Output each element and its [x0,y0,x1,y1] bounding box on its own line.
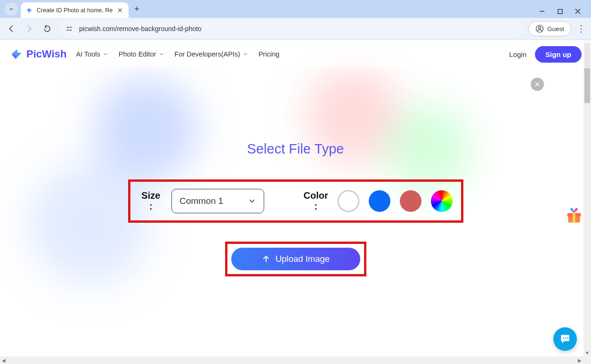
tab-close-icon[interactable]: ✕ [116,6,124,15]
chevron-down-icon [103,51,108,57]
nav-developers[interactable]: For Developers(APIs) [175,50,248,58]
browser-tab[interactable]: Create ID Photo at home, Re ✕ [21,2,129,18]
nav-ai-tools[interactable]: AI Tools [76,50,108,58]
favicon-icon [25,7,33,14]
chevron-down-icon [248,197,256,205]
modal-title: Select File Type [0,141,591,157]
nav-photo-editor[interactable]: Photo Editor [119,50,164,58]
size-label: Size : [139,190,163,212]
scroll-left-arrow[interactable]: ◀ [0,356,8,364]
forward-button[interactable] [23,22,36,35]
chat-button[interactable] [553,327,577,351]
svg-point-4 [70,29,71,31]
svg-rect-1 [558,9,562,14]
guest-label: Guest [547,25,564,32]
signup-button[interactable]: Sign up [535,46,582,63]
svg-point-2 [67,26,68,28]
maximize-icon[interactable] [556,8,564,15]
nav-label: For Developers(APIs) [175,50,240,58]
upload-icon [261,254,271,264]
logo-text: PicWish [26,48,66,60]
nav-pricing[interactable]: Pricing [259,50,279,58]
gift-icon[interactable] [566,207,583,224]
close-icon [534,81,541,88]
new-tab-button[interactable]: + [134,4,139,14]
chevron-down-icon [159,51,164,57]
url-text: picwish.com/remove-background-id-photo [79,25,202,32]
upload-image-button[interactable]: Upload Image [231,248,360,270]
back-button[interactable] [5,22,18,35]
size-select[interactable]: Common 1 [171,189,264,213]
close-window-icon[interactable] [574,8,582,15]
upload-highlight-box: Upload Image [225,242,366,276]
profile-chip[interactable]: Guest [528,21,571,36]
color-swatch-rainbow[interactable] [431,190,453,212]
nav-label: Photo Editor [119,50,156,58]
scroll-down-arrow[interactable]: ▼ [583,349,591,356]
svg-point-7 [539,26,541,29]
svg-rect-10 [573,213,575,223]
color-swatch-red[interactable] [400,190,421,212]
nav-label: AI Tools [76,50,100,58]
size-selected-value: Common 1 [179,196,223,206]
horizontal-scrollbar[interactable]: ◀ ▶ [0,356,591,364]
site-controls-icon[interactable] [65,24,73,33]
chrome-menu-icon[interactable]: ⋮ [576,24,586,34]
controls-highlight-box: Size : Common 1 Color : [128,179,463,223]
tab-title: Create ID Photo at home, Re [37,7,113,14]
login-link[interactable]: Login [509,50,526,58]
color-label: Color : [301,190,331,212]
chat-icon [559,333,571,345]
nav-label: Pricing [259,50,279,58]
address-bar[interactable]: picwish.com/remove-background-id-photo [58,20,524,37]
logo-icon [9,47,24,61]
color-swatch-white[interactable] [338,190,359,212]
svg-point-13 [567,337,568,339]
user-icon [535,24,544,33]
chevron-down-icon [243,51,248,57]
logo[interactable]: PicWish [9,47,66,61]
close-modal-button[interactable] [531,78,544,91]
reload-button[interactable] [40,22,54,35]
svg-point-11 [563,337,564,339]
svg-rect-3 [69,27,72,28]
upload-label: Upload Image [275,254,330,264]
svg-point-12 [565,337,567,339]
minimize-icon[interactable] [538,8,546,15]
tab-list-chevron[interactable] [5,2,18,16]
svg-rect-5 [66,30,69,31]
color-swatch-blue[interactable] [369,190,390,212]
scroll-right-arrow[interactable]: ▶ [576,356,583,364]
